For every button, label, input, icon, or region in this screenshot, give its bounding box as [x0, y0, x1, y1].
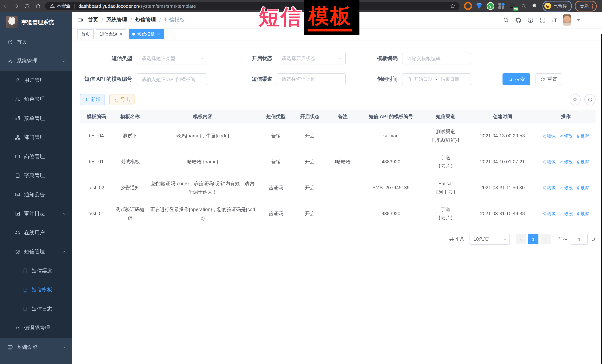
audit-log-icon [15, 211, 20, 217]
delete-link[interactable]: 删除 [576, 210, 590, 218]
goto-page-input[interactable] [571, 234, 588, 245]
refresh-table-button[interactable] [584, 94, 595, 105]
date-end-placeholder: 结束日期 [441, 76, 459, 82]
reset-button[interactable]: 重置 [536, 73, 562, 85]
header-actions: TT [503, 14, 602, 26]
sidebar-item-menus[interactable]: 菜单管理 [0, 109, 72, 128]
update-label: 更新 [580, 3, 589, 9]
sidebar-item-sms-template[interactable]: 短信模板 [0, 281, 72, 300]
page-scrollbar[interactable] [601, 34, 602, 364]
sidebar-item-label: 错误码管理 [24, 325, 50, 332]
sidebar-item-home[interactable]: 首页 [0, 32, 72, 52]
sidebar-submenu-system: 用户管理 角色管理 菜单管理 部门管理 [0, 71, 72, 338]
test-link[interactable]: 测试 [542, 158, 556, 166]
status-select[interactable]: 请选择开启状态 [277, 52, 346, 64]
address-bar[interactable]: 不安全 dashboard.yudao.iocoder.cn/system/sm… [45, 2, 460, 10]
sidebar-item-dictionary[interactable]: 字典管理 [0, 166, 72, 185]
browser-back-icon[interactable] [0, 0, 11, 12]
sidebar-item-posts[interactable]: 岗位管理 [0, 147, 72, 166]
browser-update-button[interactable]: 更新 [575, 0, 596, 11]
sidebar-item-roles[interactable]: 角色管理 [0, 90, 72, 109]
browser-menu-icon[interactable] [592, 3, 593, 8]
extension-orange-icon[interactable] [462, 0, 473, 12]
page-size-select[interactable]: 10条/页 [470, 234, 510, 245]
search-button[interactable]: 搜索 [503, 73, 530, 85]
breadcrumb-home[interactable]: 首页 [88, 17, 98, 23]
breadcrumb-sms[interactable]: 短信管理 [135, 17, 156, 23]
next-page-button[interactable] [540, 234, 550, 244]
close-icon[interactable]: ✕ [157, 32, 160, 36]
share-icon [542, 186, 546, 190]
col-status: 开启状态 [293, 110, 326, 123]
app-logo-row[interactable]: 芋道管理系统 [0, 12, 72, 32]
security-status[interactable]: 不安全 [50, 3, 71, 9]
breadcrumb-system[interactable]: 系统管理 [106, 17, 127, 23]
channel-select[interactable]: 请选择短信渠道 [277, 73, 346, 85]
edit-link[interactable]: 修改 [559, 132, 573, 140]
table-row: test-01 测试模板 哈哈哈 {name} 营销 开启 f哈哈哈 43839… [80, 149, 595, 175]
extension-y-icon[interactable]: y [485, 0, 496, 12]
tab-home[interactable]: 首页 [77, 29, 94, 39]
browser-forward-icon[interactable] [11, 0, 22, 12]
help-icon[interactable] [527, 17, 533, 23]
page-number-button[interactable]: 1 [528, 234, 538, 244]
sidebar-item-sms-channel[interactable]: 短信渠道 [0, 261, 72, 281]
font-size-icon[interactable]: TT [552, 17, 557, 23]
sidebar-item-departments[interactable]: 部门管理 [0, 128, 72, 147]
sidebar-item-audit-log[interactable]: 审计日志 [0, 204, 72, 223]
dashboard-icon [7, 40, 13, 45]
edit-link[interactable]: 修改 [559, 210, 573, 218]
sidebar-menu: 首页 系统管理 用户管理 角色管理 [0, 32, 72, 364]
message-icon [15, 192, 20, 198]
api-template-id-input[interactable] [137, 76, 207, 82]
bookmark-star-icon[interactable] [450, 3, 456, 9]
user-menu-caret-icon[interactable] [577, 19, 580, 21]
search-icon[interactable] [503, 17, 509, 23]
close-icon[interactable]: ✕ [119, 32, 123, 36]
edit-link[interactable]: 修改 [559, 158, 573, 166]
edit-link[interactable]: 修改 [559, 184, 573, 192]
share-icon [542, 134, 546, 138]
top-header: 首页/ 系统管理/ 短信管理/ 短信模板 TT [72, 12, 602, 29]
export-button[interactable]: 导出 [109, 94, 135, 105]
sidebar-item-system[interactable]: 系统管理 [0, 52, 72, 71]
browser-profile-button[interactable]: 已暂停 [543, 0, 572, 11]
prev-page-button[interactable] [516, 234, 526, 244]
sidebar-item-label: 短信渠道 [32, 268, 52, 274]
sidebar-item-notices[interactable]: 通知公告 [0, 185, 72, 204]
test-link[interactable]: 测试 [542, 210, 556, 218]
toggle-search-button[interactable] [570, 94, 581, 105]
sidebar-item-online-users[interactable]: 在线用户 [0, 223, 72, 242]
sidebar-item-infrastructure[interactable]: 基础设施 [0, 338, 72, 357]
user-avatar[interactable] [563, 14, 571, 26]
tab-sms-channel[interactable]: 短信渠道✕ [96, 29, 126, 39]
sidebar-item-error-codes[interactable]: 错误码管理 [0, 319, 72, 338]
date-range-picker[interactable]: 开始日期 - 结束日期 [402, 73, 471, 85]
browser-home-icon[interactable] [32, 0, 43, 12]
extension-list-icon[interactable]: on [507, 0, 518, 12]
extension-gem-icon[interactable] [473, 0, 485, 12]
tab-sms-template[interactable]: 短信模板✕ [129, 29, 164, 39]
extensions-puzzle-icon[interactable] [529, 0, 540, 12]
sidebar-item-sms[interactable]: 短信管理 [0, 242, 72, 261]
sms-type-select[interactable]: 请选择短信类型 [137, 52, 207, 64]
test-link[interactable]: 测试 [542, 132, 556, 140]
delete-link[interactable]: 删除 [576, 184, 590, 192]
delete-link[interactable]: 删除 [576, 158, 590, 166]
extension-grid-icon[interactable] [496, 0, 507, 12]
fullscreen-icon[interactable] [539, 17, 546, 23]
template-code-input[interactable] [402, 56, 471, 61]
sidebar-item-users[interactable]: 用户管理 [0, 71, 72, 90]
extension-magnifier-icon[interactable] [518, 0, 529, 12]
test-link[interactable]: 测试 [542, 184, 556, 192]
sidebar-item-sms-log[interactable]: 短信日志 [0, 300, 72, 319]
sidebar-collapse-icon[interactable] [72, 17, 88, 23]
main-panel: 首页/ 系统管理/ 短信管理/ 短信模板 TT 首页 短信渠道✕ [72, 12, 602, 364]
add-button[interactable]: 新增 [80, 94, 105, 105]
screen: 不安全 dashboard.yudao.iocoder.cn/system/sm… [0, 0, 602, 364]
delete-link[interactable]: 删除 [576, 132, 590, 140]
divider [74, 3, 75, 8]
chevron-right-icon [543, 237, 547, 241]
browser-reload-icon[interactable] [22, 0, 32, 12]
github-icon[interactable] [515, 17, 521, 23]
